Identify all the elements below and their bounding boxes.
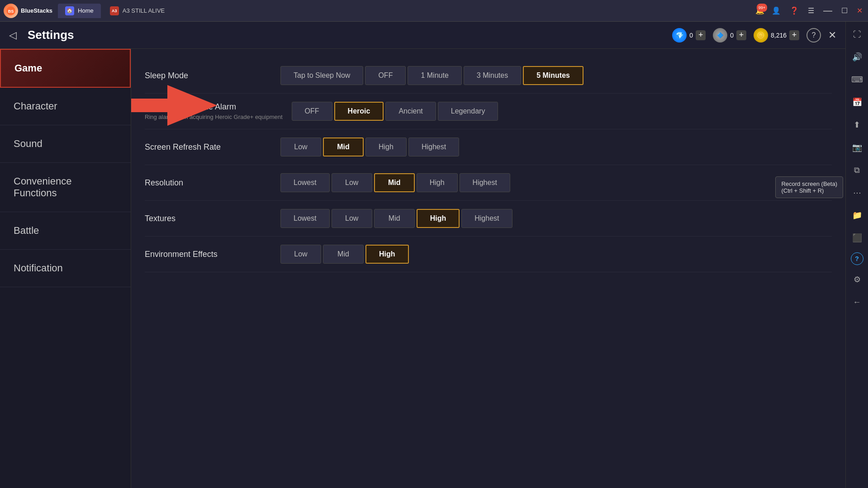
maximize-button[interactable]: ☐ xyxy=(840,5,849,17)
res-mid-button[interactable]: Mid xyxy=(374,173,415,192)
titlebar-actions: 🔔 99+ 👤 ❓ ☰ — ☐ ✕ xyxy=(755,4,864,18)
grade-alarm-options: OFF Heroic Ancient Legendary xyxy=(292,102,498,121)
app-name-label: BlueStacks xyxy=(21,7,52,14)
gray-gem-add-button[interactable]: + xyxy=(736,30,746,40)
tab-game[interactable]: A3 A3 STILL ALIVE xyxy=(103,4,172,18)
sidebar-item-game[interactable]: Game xyxy=(0,49,131,88)
convenience-label: ConvenienceFunctions xyxy=(14,175,71,199)
sleep-off-button[interactable]: OFF xyxy=(365,66,406,85)
tex-high-button[interactable]: High xyxy=(417,209,460,228)
clone-icon[interactable]: ⬛ xyxy=(849,230,865,246)
notification-label: Notification xyxy=(14,262,63,274)
resolution-setting: Resolution Lowest Low Mid High Highest xyxy=(145,165,832,201)
settings-close-button[interactable]: ✕ xyxy=(828,29,836,41)
volume-icon[interactable]: 🔊 xyxy=(849,49,865,65)
gold-coin-add-button[interactable]: + xyxy=(789,30,799,40)
sleep-mode-setting: Sleep Mode Tap to Sleep Now OFF 1 Minute… xyxy=(145,58,832,94)
tex-low-button[interactable]: Low xyxy=(332,209,372,228)
textures-label: Textures xyxy=(145,214,271,223)
help-button[interactable]: ? xyxy=(806,28,821,43)
refresh-mid-button[interactable]: Mid xyxy=(323,137,364,156)
keyboard-icon[interactable]: ⌨ xyxy=(849,71,865,88)
camera-icon[interactable]: 📷 xyxy=(849,139,865,156)
game-label: Game xyxy=(14,62,42,74)
topbar: ◁ Settings 💎 0 + 🔷 0 + 🪙 8,216 + ? ✕ xyxy=(0,22,845,49)
grade-alarm-label: Sleep Mode Grade Alarm Ring alarm upon a… xyxy=(145,102,283,120)
gray-gem-icon: 🔷 xyxy=(713,28,727,43)
sleep-5min-button[interactable]: 5 Minutes xyxy=(523,66,583,85)
tab-game-label: A3 STILL ALIVE xyxy=(123,7,165,14)
env-mid-button[interactable]: Mid xyxy=(323,245,364,264)
sound-label: Sound xyxy=(14,138,43,149)
sidebar-item-convenience[interactable]: ConvenienceFunctions xyxy=(0,163,131,212)
expand-icon[interactable]: ⛶ xyxy=(849,26,865,43)
tooltip-line1: Record screen (Beta) xyxy=(781,180,837,187)
sidebar-item-notification[interactable]: Notification xyxy=(0,250,131,287)
back-button[interactable]: ◁ xyxy=(9,29,17,41)
app-logo: BS BlueStacks xyxy=(4,4,52,18)
res-high-button[interactable]: High xyxy=(417,173,458,192)
layers-icon[interactable]: ⧉ xyxy=(849,162,865,178)
tex-highest-button[interactable]: Highest xyxy=(461,209,512,228)
res-lowest-button[interactable]: Lowest xyxy=(280,173,330,192)
help-icon[interactable]: ❓ xyxy=(788,5,801,17)
calendar-icon[interactable]: 📅 xyxy=(849,94,865,110)
close-button[interactable]: ✕ xyxy=(855,5,864,17)
left-nav: Game Character Sound ConvenienceFunction… xyxy=(0,49,131,488)
grade-legendary-button[interactable]: Legendary xyxy=(438,102,498,121)
refresh-high-button[interactable]: High xyxy=(365,137,407,156)
env-high-button[interactable]: High xyxy=(365,245,409,264)
env-low-button[interactable]: Low xyxy=(280,245,321,264)
content-row: Game Character Sound ConvenienceFunction… xyxy=(0,49,845,488)
sleep-1min-button[interactable]: 1 Minute xyxy=(408,66,461,85)
blue-gem-add-button[interactable]: + xyxy=(696,30,706,40)
env-effects-setting: Environment Effects Low Mid High xyxy=(145,237,832,272)
currency-gray-group: 🔷 0 + xyxy=(713,28,746,43)
titlebar: BS BlueStacks 🏠 Home A3 A3 STILL ALIVE 🔔… xyxy=(0,0,868,22)
grade-off-button[interactable]: OFF xyxy=(292,102,332,121)
sidebar-item-character[interactable]: Character xyxy=(0,88,131,125)
tab-home[interactable]: 🏠 Home xyxy=(58,4,101,18)
more-dots-icon[interactable]: ⋯ xyxy=(849,185,865,201)
gold-coin-value: 8,216 xyxy=(771,32,787,39)
env-effects-label: Environment Effects xyxy=(145,250,271,259)
textures-setting: Textures Lowest Low Mid High Highest xyxy=(145,201,832,237)
menu-icon[interactable]: ☰ xyxy=(806,5,816,17)
svg-text:BS: BS xyxy=(8,9,14,14)
grade-heroic-button[interactable]: Heroic xyxy=(334,102,384,121)
tex-mid-button[interactable]: Mid xyxy=(374,209,415,228)
res-low-button[interactable]: Low xyxy=(332,173,372,192)
refresh-highest-button[interactable]: Highest xyxy=(408,137,459,156)
settings-gear-icon[interactable]: ⚙ xyxy=(849,271,865,288)
refresh-low-button[interactable]: Low xyxy=(280,137,321,156)
res-highest-button[interactable]: Highest xyxy=(460,173,510,192)
help-label: ? xyxy=(812,31,816,39)
game-tab-icon: A3 xyxy=(110,6,119,15)
refresh-rate-setting: Screen Refresh Rate Low Mid High Highest xyxy=(145,129,832,165)
upload-icon[interactable]: ⬆ xyxy=(849,117,865,133)
minimize-button[interactable]: — xyxy=(821,4,834,18)
sleep-3min-button[interactable]: 3 Minutes xyxy=(464,66,521,85)
sleep-mode-options: Tap to Sleep Now OFF 1 Minute 3 Minutes … xyxy=(280,66,583,85)
resolution-label: Resolution xyxy=(145,178,271,188)
notification-button[interactable]: 🔔 99+ xyxy=(755,6,764,15)
folder-icon[interactable]: 📁 xyxy=(849,207,865,223)
grade-alarm-setting: Sleep Mode Grade Alarm Ring alarm upon a… xyxy=(145,94,832,129)
textures-options: Lowest Low Mid High Highest xyxy=(280,209,512,228)
help-circle-icon[interactable]: ? xyxy=(851,252,863,265)
main-area: ◁ Settings 💎 0 + 🔷 0 + 🪙 8,216 + ? ✕ Gam… xyxy=(0,22,845,488)
sidebar-item-battle[interactable]: Battle xyxy=(0,212,131,250)
gold-coin-icon: 🪙 xyxy=(754,28,768,43)
tex-lowest-button[interactable]: Lowest xyxy=(280,209,330,228)
env-effects-options: Low Mid High xyxy=(280,245,409,264)
tab-home-label: Home xyxy=(78,7,94,14)
notification-badge: 99+ xyxy=(757,4,767,12)
battle-label: Battle xyxy=(14,225,39,236)
resolution-options: Lowest Low Mid High Highest xyxy=(280,173,510,192)
grade-ancient-button[interactable]: Ancient xyxy=(385,102,436,121)
logo-icon: BS xyxy=(4,4,18,18)
back-arrow-icon[interactable]: ← xyxy=(849,294,865,310)
sidebar-item-sound[interactable]: Sound xyxy=(0,125,131,163)
sleep-tap-now-button[interactable]: Tap to Sleep Now xyxy=(280,66,363,85)
user-icon[interactable]: 👤 xyxy=(770,5,783,17)
